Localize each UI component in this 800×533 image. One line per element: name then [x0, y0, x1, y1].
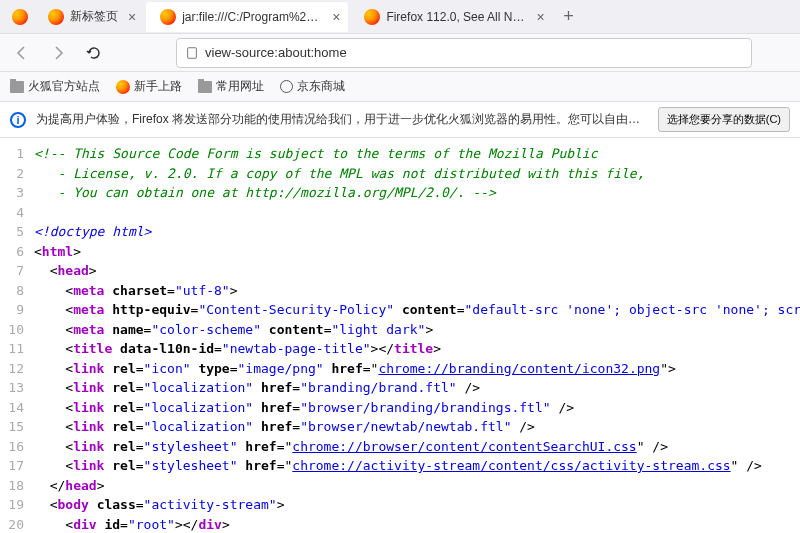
info-icon: i	[10, 112, 26, 128]
line-number: 15	[0, 417, 34, 437]
tab-favicon-icon	[364, 9, 380, 25]
bookmark-label: 新手上路	[134, 78, 182, 95]
line-code[interactable]: <meta name="color-scheme" content="light…	[34, 320, 800, 340]
bookmark-item[interactable]: 新手上路	[116, 78, 182, 95]
tab-bar: 新标签页×jar:file:///C:/Program%20Files/M×Fi…	[0, 0, 800, 34]
folder-icon	[10, 81, 24, 93]
line-number: 12	[0, 359, 34, 379]
line-code[interactable]: <link rel="stylesheet" href="chrome://br…	[34, 437, 800, 457]
line-number: 9	[0, 300, 34, 320]
source-line: 7 <head>	[0, 261, 800, 281]
bookmark-label: 常用网址	[216, 78, 264, 95]
line-number: 7	[0, 261, 34, 281]
line-number: 5	[0, 222, 34, 242]
line-code[interactable]: <html>	[34, 242, 800, 262]
line-code[interactable]: </head>	[34, 476, 800, 496]
line-code[interactable]: <div id="root"></div>	[34, 515, 800, 534]
line-code[interactable]: <body class="activity-stream">	[34, 495, 800, 515]
tab-close-icon[interactable]: ×	[536, 9, 544, 25]
notice-choose-button[interactable]: 选择您要分享的数据(C)	[658, 107, 790, 132]
forward-button[interactable]	[44, 39, 72, 67]
line-code[interactable]: <!doctype html>	[34, 222, 800, 242]
line-code[interactable]: <link rel="localization" href="branding/…	[34, 378, 800, 398]
tab-favicon-icon	[48, 9, 64, 25]
line-code[interactable]: <meta charset="utf-8">	[34, 281, 800, 301]
source-line: 14 <link rel="localization" href="browse…	[0, 398, 800, 418]
toolbar: view-source:about:home	[0, 34, 800, 72]
line-code[interactable]: <!-- This Source Code Form is subject to…	[34, 144, 800, 164]
tab-title: jar:file:///C:/Program%20Files/M	[182, 10, 322, 24]
source-line: 5<!doctype html>	[0, 222, 800, 242]
source-line: 3 - You can obtain one at http://mozilla…	[0, 183, 800, 203]
source-line: 9 <meta http-equiv="Content-Security-Pol…	[0, 300, 800, 320]
line-code[interactable]: <link rel="localization" href="browser/b…	[34, 398, 800, 418]
tab-close-icon[interactable]: ×	[332, 9, 340, 25]
line-number: 3	[0, 183, 34, 203]
line-code[interactable]: <link rel="stylesheet" href="chrome://ac…	[34, 456, 800, 476]
page-icon	[185, 46, 199, 60]
source-line: 11 <title data-l10n-id="newtab-page-titl…	[0, 339, 800, 359]
bookmark-label: 火狐官方站点	[28, 78, 100, 95]
source-line: 19 <body class="activity-stream">	[0, 495, 800, 515]
line-number: 16	[0, 437, 34, 457]
source-line: 16 <link rel="stylesheet" href="chrome:/…	[0, 437, 800, 457]
line-number: 10	[0, 320, 34, 340]
svg-rect-0	[188, 47, 197, 58]
line-number: 19	[0, 495, 34, 515]
back-button[interactable]	[8, 39, 36, 67]
bookmark-item[interactable]: 火狐官方站点	[10, 78, 100, 95]
bookmarks-bar: 火狐官方站点新手上路常用网址京东商城	[0, 72, 800, 102]
line-number: 8	[0, 281, 34, 301]
source-line: 15 <link rel="localization" href="browse…	[0, 417, 800, 437]
tab[interactable]: jar:file:///C:/Program%20Files/M×	[146, 2, 348, 32]
bookmark-item[interactable]: 京东商城	[280, 78, 345, 95]
notice-text: 为提高用户体验，Firefox 将发送部分功能的使用情况给我们，用于进一步优化火…	[36, 111, 648, 128]
line-code[interactable]: <link rel="icon" type="image/png" href="…	[34, 359, 800, 379]
line-code[interactable]	[34, 203, 800, 223]
globe-icon	[280, 80, 293, 93]
line-number: 18	[0, 476, 34, 496]
line-code[interactable]: - You can obtain one at http://mozilla.o…	[34, 183, 800, 203]
line-number: 17	[0, 456, 34, 476]
url-bar[interactable]: view-source:about:home	[176, 38, 752, 68]
line-code[interactable]: <head>	[34, 261, 800, 281]
url-text: view-source:about:home	[205, 45, 347, 60]
source-line: 2 - License, v. 2.0. If a copy of the MP…	[0, 164, 800, 184]
line-code[interactable]: <link rel="localization" href="browser/n…	[34, 417, 800, 437]
line-number: 2	[0, 164, 34, 184]
firefox-logo-icon	[12, 9, 28, 25]
line-number: 1	[0, 144, 34, 164]
source-line: 6<html>	[0, 242, 800, 262]
source-line: 20 <div id="root"></div>	[0, 515, 800, 534]
line-number: 14	[0, 398, 34, 418]
line-number: 6	[0, 242, 34, 262]
telemetry-notice: i 为提高用户体验，Firefox 将发送部分功能的使用情况给我们，用于进一步优…	[0, 102, 800, 138]
source-line: 12 <link rel="icon" type="image/png" hre…	[0, 359, 800, 379]
firefox-icon	[116, 80, 130, 94]
tab-title: Firefox 112.0, See All New Fe	[386, 10, 526, 24]
source-line: 17 <link rel="stylesheet" href="chrome:/…	[0, 456, 800, 476]
tab[interactable]: 新标签页×	[34, 2, 144, 32]
bookmark-item[interactable]: 常用网址	[198, 78, 264, 95]
source-line: 4	[0, 203, 800, 223]
tab-favicon-icon	[160, 9, 176, 25]
new-tab-button[interactable]: +	[555, 6, 583, 27]
tab-title: 新标签页	[70, 8, 118, 25]
line-number: 11	[0, 339, 34, 359]
source-line: 18 </head>	[0, 476, 800, 496]
line-number: 20	[0, 515, 34, 534]
reload-button[interactable]	[80, 39, 108, 67]
bookmark-label: 京东商城	[297, 78, 345, 95]
source-view: 1<!-- This Source Code Form is subject t…	[0, 138, 800, 533]
line-code[interactable]: <meta http-equiv="Content-Security-Polic…	[34, 300, 800, 320]
line-number: 4	[0, 203, 34, 223]
tab-close-icon[interactable]: ×	[128, 9, 136, 25]
tab[interactable]: Firefox 112.0, See All New Fe×	[350, 2, 552, 32]
line-code[interactable]: - License, v. 2.0. If a copy of the MPL …	[34, 164, 800, 184]
source-line: 13 <link rel="localization" href="brandi…	[0, 378, 800, 398]
source-line: 8 <meta charset="utf-8">	[0, 281, 800, 301]
folder-icon	[198, 81, 212, 93]
line-code[interactable]: <title data-l10n-id="newtab-page-title">…	[34, 339, 800, 359]
line-number: 13	[0, 378, 34, 398]
source-line: 10 <meta name="color-scheme" content="li…	[0, 320, 800, 340]
